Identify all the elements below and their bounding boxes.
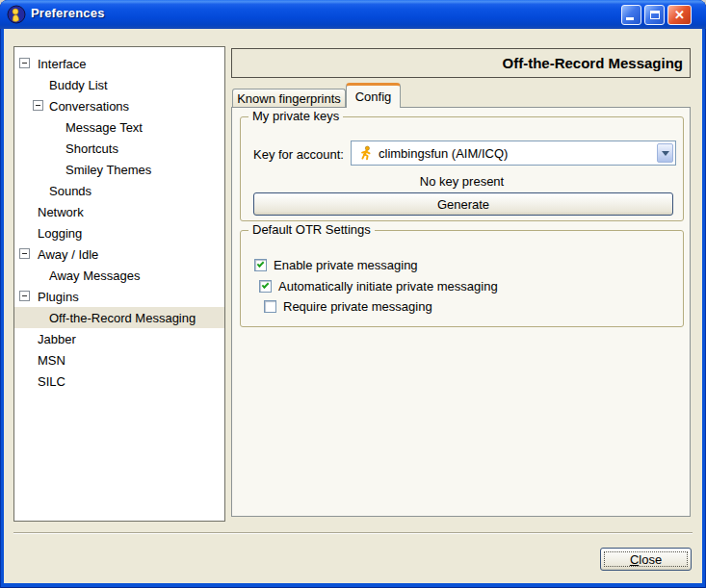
tab-config[interactable]: Config bbox=[346, 83, 401, 108]
checkbox-require-private-messaging[interactable]: Require private messaging bbox=[264, 298, 432, 314]
app-icon bbox=[7, 5, 26, 24]
page-title: Off-the-Record Messaging bbox=[231, 48, 691, 78]
sidebar-item-smiley-themes[interactable]: Smiley Themes bbox=[14, 159, 224, 180]
checkbox-box bbox=[254, 259, 267, 271]
sidebar-item-buddy-list[interactable]: Buddy List bbox=[14, 74, 224, 95]
sidebar-item-label: Away / Idle bbox=[38, 247, 98, 262]
key-status-text: No key present bbox=[241, 174, 683, 189]
tree-expander-icon[interactable] bbox=[19, 58, 30, 68]
tree-expander-icon[interactable] bbox=[19, 248, 30, 259]
private-keys-group-label: My private keys bbox=[248, 109, 343, 123]
sidebar-item-label: Away Messages bbox=[49, 268, 140, 283]
sidebar-item-label: MSN bbox=[38, 353, 65, 368]
sidebar-item-message-text[interactable]: Message Text bbox=[14, 116, 224, 138]
tree-expander-icon[interactable] bbox=[33, 100, 43, 111]
checkbox-automatically-initiate[interactable]: Automatically initiate private messaging bbox=[259, 278, 498, 294]
preferences-window: Preferences ✕ Interface Buddy List Conve… bbox=[0, 0, 706, 588]
sidebar-item-sounds[interactable]: Sounds bbox=[14, 180, 224, 201]
maximize-icon bbox=[650, 11, 660, 19]
sidebar-item-label: Shortcuts bbox=[65, 141, 118, 156]
sidebar-item-plugins[interactable]: Plugins bbox=[14, 286, 224, 307]
sidebar-item-label: SILC bbox=[38, 374, 65, 389]
sidebar-item-label: Off-the-Record Messaging bbox=[49, 311, 196, 325]
footer-separator bbox=[13, 532, 693, 534]
checkmark-icon bbox=[262, 281, 270, 289]
sidebar-item-label: Logging bbox=[38, 226, 82, 241]
sidebar-item-label: Interface bbox=[38, 57, 87, 71]
preferences-tree: Interface Buddy List Conversations Messa… bbox=[13, 46, 225, 522]
sidebar-item-off-the-record-messaging[interactable]: Off-the-Record Messaging bbox=[14, 307, 224, 328]
private-keys-group: My private keys Key for account: climbin… bbox=[240, 116, 684, 221]
sidebar-item-label: Plugins bbox=[38, 290, 79, 304]
minimize-icon bbox=[626, 17, 634, 20]
checkbox-enable-private-messaging[interactable]: Enable private messaging bbox=[254, 257, 418, 272]
checkbox-label: Enable private messaging bbox=[274, 258, 418, 272]
account-select-dropdown-button[interactable] bbox=[657, 143, 673, 163]
checkbox-box bbox=[264, 300, 276, 313]
tab-known-fingerprints[interactable]: Known fingerprints bbox=[232, 89, 346, 107]
minimize-button[interactable] bbox=[621, 5, 641, 25]
key-for-account-label: Key for account: bbox=[253, 147, 344, 162]
window-title: Preferences bbox=[31, 6, 105, 20]
sidebar-item-shortcuts[interactable]: Shortcuts bbox=[14, 138, 224, 159]
sidebar-item-silc[interactable]: SILC bbox=[14, 371, 224, 392]
window-body: Interface Buddy List Conversations Messa… bbox=[4, 29, 702, 583]
close-icon: ✕ bbox=[674, 9, 685, 21]
close-window-button[interactable]: ✕ bbox=[667, 5, 692, 25]
checkmark-icon bbox=[257, 260, 265, 268]
account-select[interactable]: climbingsfun (AIM/ICQ) bbox=[351, 141, 676, 166]
sidebar-item-jabber[interactable]: Jabber bbox=[14, 328, 224, 349]
close-button-label: Close bbox=[630, 552, 662, 567]
maximize-button[interactable] bbox=[644, 5, 665, 25]
sidebar-item-away-messages[interactable]: Away Messages bbox=[14, 265, 224, 286]
titlebar[interactable]: Preferences ✕ bbox=[0, 0, 706, 29]
sidebar-item-interface[interactable]: Interface bbox=[14, 53, 224, 74]
sidebar-item-label: Network bbox=[38, 205, 84, 219]
sidebar-item-logging[interactable]: Logging bbox=[14, 222, 224, 243]
checkbox-box bbox=[259, 280, 272, 293]
sidebar-item-label: Buddy List bbox=[49, 78, 108, 92]
otr-settings-group: Default OTR Settings Enable private mess… bbox=[240, 230, 684, 327]
generate-button[interactable]: Generate bbox=[253, 192, 673, 216]
sidebar-item-label: Jabber bbox=[38, 332, 76, 346]
sidebar-item-label: Sounds bbox=[49, 184, 92, 198]
checkbox-label: Require private messaging bbox=[283, 299, 432, 314]
chevron-down-icon bbox=[662, 151, 669, 156]
sidebar-item-conversations[interactable]: Conversations bbox=[14, 95, 224, 116]
tree-expander-icon[interactable] bbox=[19, 291, 30, 301]
account-select-value: climbingsfun (AIM/ICQ) bbox=[379, 146, 508, 161]
sidebar-item-label: Conversations bbox=[49, 99, 129, 114]
aim-account-icon bbox=[357, 145, 373, 161]
sidebar-item-away-idle[interactable]: Away / Idle bbox=[14, 243, 224, 265]
sidebar-item-label: Smiley Themes bbox=[65, 163, 151, 177]
checkbox-label: Automatically initiate private messaging bbox=[278, 279, 498, 294]
sidebar-item-label: Message Text bbox=[65, 120, 143, 135]
config-tab-panel: My private keys Key for account: climbin… bbox=[231, 107, 691, 517]
otr-settings-group-label: Default OTR Settings bbox=[248, 222, 375, 237]
sidebar-item-network[interactable]: Network bbox=[14, 201, 224, 222]
close-button[interactable]: Close bbox=[600, 548, 692, 571]
sidebar-item-msn[interactable]: MSN bbox=[14, 349, 224, 371]
